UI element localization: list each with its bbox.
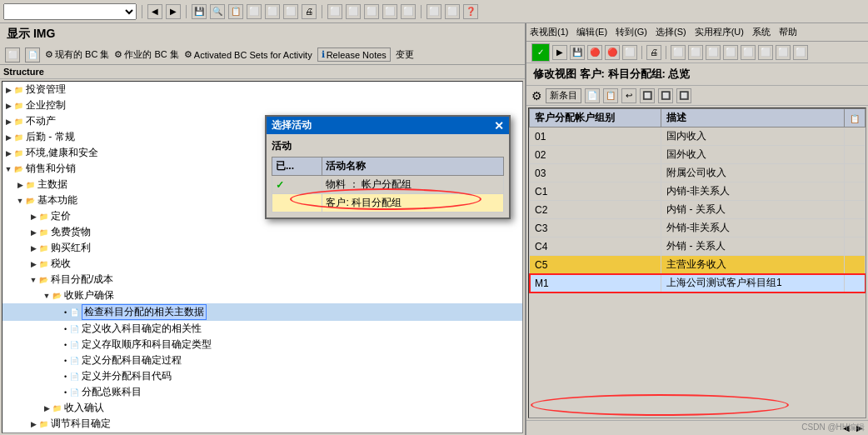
tree-item-label: 定义存取顺序和科目确定类型: [82, 338, 212, 352]
right-btn4[interactable]: ⬜: [671, 45, 686, 60]
btn5[interactable]: ⬜: [247, 4, 262, 19]
tree-item[interactable]: ▶ 📁 投资管理: [2, 82, 522, 98]
right-btn10[interactable]: ⬜: [776, 45, 791, 60]
table-row[interactable]: C1 内销-非关系人: [530, 182, 866, 201]
tree-item[interactable]: • 📄 定义并分配科目代码: [2, 368, 522, 384]
tree-item-label: 投资管理: [26, 82, 66, 97]
table-row[interactable]: 02 国外收入: [530, 146, 866, 164]
right-btn8[interactable]: ⬜: [741, 45, 756, 60]
check-icon: ✓: [276, 179, 284, 191]
tree-item[interactable]: ▶ 📁 免费货物: [2, 224, 522, 240]
tree-item[interactable]: ▶ 📁 购买红利: [2, 240, 522, 256]
select-activity-dialog: 选择活动 ✕ 活动 已... 活动名称 ✓ 物料 ： 帐户分配组: [265, 115, 511, 219]
right-table-wrapper[interactable]: 客户分配帐户组别 描述 📋 01 国内收入 02 国: [528, 108, 866, 418]
tree-item-label: 环境,健康和安全: [26, 146, 98, 160]
right-save-btn[interactable]: 💾: [570, 45, 585, 60]
menu-system[interactable]: 系统: [752, 26, 771, 38]
dialog-close-button[interactable]: ✕: [494, 119, 504, 132]
check-btn[interactable]: ✓: [531, 43, 550, 62]
btn14[interactable]: ⬜: [427, 4, 441, 19]
tree-item[interactable]: ▼ 📂 收账户确保: [2, 288, 522, 303]
right-btn9[interactable]: ⬜: [758, 45, 773, 60]
right-t-btn3[interactable]: ↩: [621, 88, 636, 103]
right-btn5[interactable]: ⬜: [688, 45, 703, 60]
tree-item[interactable]: • 📄 检查科目分配的相关主数据: [2, 303, 522, 321]
activated-bc-link[interactable]: ⚙ Activated BC Sets for Activity: [184, 49, 312, 60]
bc-icon2[interactable]: 📄: [25, 48, 40, 62]
right-t-btn4[interactable]: 🔲: [640, 88, 655, 103]
right-btn7[interactable]: ⬜: [723, 45, 738, 60]
btn16[interactable]: ❓: [463, 4, 478, 19]
table-row[interactable]: C3 外销-非关系人: [530, 219, 866, 238]
tree-item[interactable]: ▶ 📁 调节科目确定: [2, 416, 522, 432]
new-entry-button[interactable]: 新条目: [546, 88, 581, 103]
right-panel: 表视图(1) 编辑(E) 转到(G) 选择(S) 实用程序(U) 系统 帮助 ✓…: [525, 23, 868, 435]
release-notes-button[interactable]: ℹ Release Notes: [317, 48, 391, 62]
current-bc-link[interactable]: ⚙ 现有的 BC 集: [45, 48, 109, 61]
col-header-extra: 📋: [845, 109, 866, 128]
tree-item[interactable]: • 📄 定义分配科目确定过程: [2, 352, 522, 368]
nav-dropdown[interactable]: [3, 3, 137, 20]
btn6[interactable]: ⬜: [265, 4, 280, 19]
table-row-highlighted[interactable]: M1 上海公司测试客户科目组1: [530, 274, 866, 292]
btn3[interactable]: 🔍: [210, 4, 225, 19]
tree-item[interactable]: • 📄 定义存取顺序和科目确定类型: [2, 337, 522, 352]
btn15[interactable]: ⬜: [445, 4, 460, 19]
dialog-titlebar: 选择活动 ✕: [267, 117, 509, 134]
table-row-selected[interactable]: C5 主营业务收入: [530, 256, 866, 274]
menu-utility[interactable]: 实用程序(U): [695, 26, 744, 38]
tree-item[interactable]: ▶ 📁 收入确认: [2, 400, 522, 416]
menu-edit[interactable]: 编辑(E): [576, 26, 607, 38]
table-row[interactable]: 03 附属公司收入: [530, 164, 866, 182]
right-t-btn5[interactable]: 🔲: [658, 88, 673, 103]
folder-icon: 📁: [37, 418, 49, 430]
tree-item[interactable]: • 📄 定义收入科目确定的相关性: [2, 321, 522, 337]
menu-help[interactable]: 帮助: [779, 26, 797, 38]
menu-tableview[interactable]: 表视图(1): [530, 26, 568, 38]
dialog-row[interactable]: ✓ 物料 ： 帐户分配组: [272, 176, 504, 194]
right-t-btn2[interactable]: 📋: [603, 88, 618, 103]
save-btn[interactable]: 💾: [192, 4, 207, 19]
right-print-btn[interactable]: 🖨: [646, 45, 661, 60]
btn12[interactable]: ⬜: [382, 4, 397, 19]
btn13[interactable]: ⬜: [401, 4, 416, 19]
sep3: [322, 5, 322, 18]
doc-icon: 📄: [68, 323, 80, 335]
img-header: 显示 IMG: [0, 23, 525, 45]
col-activity: 活动名称: [322, 158, 504, 176]
right-btn11[interactable]: ⬜: [793, 45, 808, 60]
change-link[interactable]: 变更: [396, 48, 414, 61]
folder-icon: 📁: [12, 116, 24, 128]
tree-item[interactable]: ▶ 📁 企业控制: [2, 98, 522, 113]
right-t-btn1[interactable]: 📄: [585, 88, 600, 103]
sep1: [142, 5, 142, 18]
right-nav-btn1[interactable]: ▶: [552, 45, 567, 60]
right-btn2[interactable]: 🔴: [605, 45, 620, 60]
bc-icon1[interactable]: ⬜: [5, 48, 20, 62]
table-row[interactable]: C4 外销 - 关系人: [530, 238, 866, 256]
job-bc-link[interactable]: ⚙ 作业的 BC 集: [114, 48, 178, 61]
dialog-row-highlighted[interactable]: 客户: 科目分配组: [272, 194, 504, 212]
expand-icon: ▼: [29, 276, 37, 284]
oval-highlight-right: [531, 394, 789, 416]
btn9[interactable]: ⬜: [327, 4, 342, 19]
right-btn1[interactable]: 🔴: [587, 45, 602, 60]
menu-select[interactable]: 选择(S): [656, 26, 686, 38]
tree-item[interactable]: ▼ 📂 科目分配/成本: [2, 272, 522, 288]
table-row[interactable]: 01 国内收入: [530, 128, 866, 146]
btn10[interactable]: ⬜: [346, 4, 361, 19]
btn8[interactable]: 🖨: [302, 4, 317, 19]
menu-goto[interactable]: 转到(G): [616, 26, 647, 38]
btn4[interactable]: 📋: [228, 4, 243, 19]
tree-item[interactable]: ▶ 📁 税收: [2, 256, 522, 272]
back-btn[interactable]: ◀: [147, 4, 162, 19]
table-row[interactable]: C2 内销 - 关系人: [530, 201, 866, 219]
right-btn3[interactable]: ⬜: [622, 45, 637, 60]
btn11[interactable]: ⬜: [364, 4, 379, 19]
btn7[interactable]: ⬜: [283, 4, 298, 19]
forward-btn[interactable]: ▶: [166, 4, 181, 19]
tree-item[interactable]: • 📄 分配总账科目: [2, 384, 522, 400]
right-btn6[interactable]: ⬜: [706, 45, 721, 60]
expand-icon: ▶: [16, 181, 24, 189]
right-t-btn6[interactable]: 🔲: [676, 88, 691, 103]
